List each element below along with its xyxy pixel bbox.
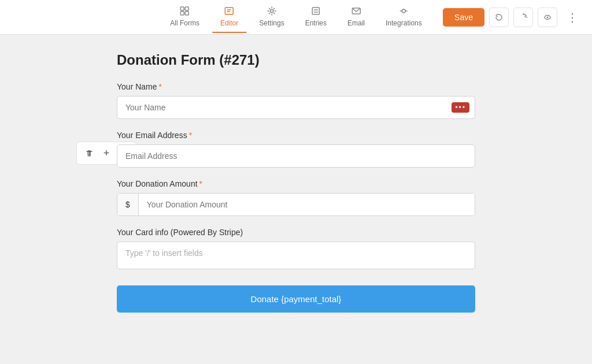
- tab-editor[interactable]: Editor: [212, 2, 246, 33]
- main-content: + Donation Form (#271) Your Name * ••• Y…: [0, 35, 592, 364]
- card-info-placeholder: Type '/' to insert fields: [117, 242, 475, 269]
- svg-rect-2: [181, 12, 184, 15]
- email-input[interactable]: [117, 144, 475, 168]
- name-label: Your Name *: [117, 82, 475, 91]
- name-input-wrapper: •••: [117, 96, 475, 119]
- name-input[interactable]: [117, 96, 475, 119]
- svg-rect-3: [186, 12, 189, 15]
- tab-all-forms[interactable]: All Forms: [162, 2, 208, 33]
- nav-tabs: All Forms Editor Settings Entries Email: [162, 2, 430, 33]
- name-more-button[interactable]: •••: [452, 102, 469, 113]
- email-field: Your Email Address *: [117, 131, 475, 168]
- settings-icon: [267, 6, 276, 17]
- tab-editor-label: Editor: [220, 19, 238, 27]
- svg-rect-6: [312, 8, 319, 14]
- tab-settings-label: Settings: [259, 19, 284, 27]
- tab-integrations-label: Integrations: [386, 19, 422, 27]
- add-field-button[interactable]: +: [99, 146, 114, 161]
- tab-entries[interactable]: Entries: [297, 2, 335, 33]
- nav-right-actions: Save ⋮: [443, 8, 583, 27]
- submit-button[interactable]: Donate {payment_total}: [117, 285, 475, 313]
- more-options-button[interactable]: ⋮: [562, 8, 583, 27]
- delete-field-button[interactable]: [82, 146, 97, 161]
- email-input-wrapper: [117, 144, 475, 168]
- preview-button[interactable]: [538, 8, 557, 27]
- tab-entries-label: Entries: [305, 19, 327, 27]
- tab-email[interactable]: Email: [339, 2, 373, 33]
- svg-point-5: [270, 9, 273, 12]
- name-field: Your Name * •••: [117, 82, 475, 119]
- tab-all-forms-label: All Forms: [170, 19, 199, 27]
- card-label: Your Card info (Powered By Stripe): [117, 228, 475, 237]
- undo-button[interactable]: [489, 8, 509, 27]
- donation-required: *: [199, 179, 202, 188]
- all-forms-icon: [180, 6, 190, 17]
- dollar-prefix: $: [117, 194, 139, 216]
- email-required: *: [189, 131, 192, 140]
- name-required: *: [159, 82, 162, 91]
- donation-input[interactable]: [139, 194, 475, 216]
- save-button[interactable]: Save: [443, 8, 484, 27]
- svg-rect-1: [186, 7, 189, 10]
- tab-integrations[interactable]: Integrations: [378, 2, 430, 33]
- form-container: + Donation Form (#271) Your Name * ••• Y…: [117, 52, 475, 313]
- donation-wrapper: $: [117, 193, 475, 216]
- form-title: Donation Form (#271): [117, 52, 475, 68]
- redo-button[interactable]: [513, 8, 533, 27]
- email-icon: [352, 6, 361, 17]
- svg-point-9: [547, 16, 549, 18]
- editor-icon: [225, 6, 234, 17]
- donation-label: Your Donation Amount *: [117, 179, 475, 188]
- card-field: Your Card info (Powered By Stripe) Type …: [117, 228, 475, 269]
- entries-icon: [311, 6, 320, 17]
- tab-settings[interactable]: Settings: [251, 2, 292, 33]
- top-nav: All Forms Editor Settings Entries Email: [0, 0, 592, 35]
- svg-rect-4: [225, 8, 234, 14]
- integrations-icon: [399, 6, 408, 17]
- svg-rect-0: [181, 7, 184, 10]
- tab-email-label: Email: [347, 19, 365, 27]
- card-placeholder-text: Type '/' to insert fields: [125, 248, 203, 258]
- donation-field: Your Donation Amount * $: [117, 179, 475, 216]
- email-label: Your Email Address *: [117, 131, 475, 140]
